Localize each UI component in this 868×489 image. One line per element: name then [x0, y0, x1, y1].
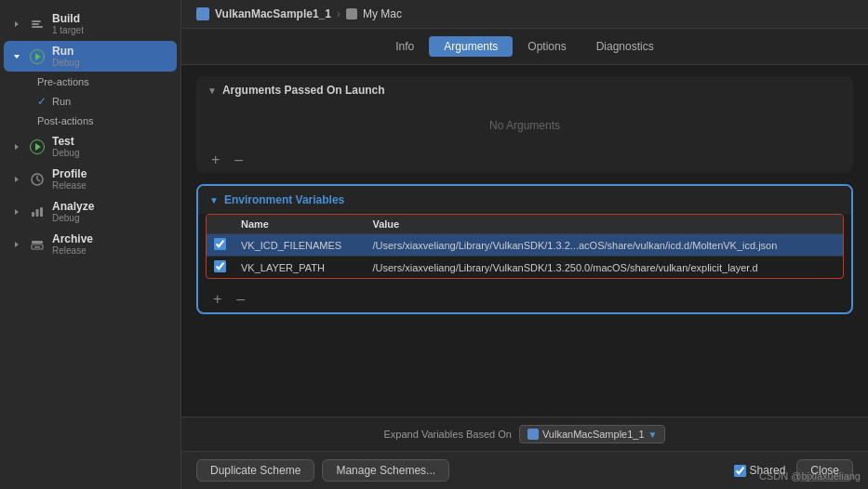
- post-actions-label: Post-actions: [37, 115, 94, 126]
- sidebar-item-build[interactable]: Build 1 target: [4, 8, 177, 39]
- dropdown-project-icon: [527, 429, 539, 440]
- env-table-wrapper: Name Value VK_ICD_FILENAMES /Users/xiaxv…: [206, 214, 844, 279]
- arguments-section-header[interactable]: ▼ Arguments Passed On Launch: [196, 76, 853, 104]
- profile-icon: [28, 170, 47, 189]
- svg-marker-4: [14, 55, 20, 59]
- target-icon: [346, 8, 357, 20]
- sidebar-child-pre-actions[interactable]: Pre-actions: [4, 73, 177, 90]
- row2-enabled-cell: [207, 257, 234, 279]
- row2-value-cell: /Users/xiaxveliang/Library/VulkanSDK/1.3…: [365, 257, 843, 279]
- content-area: ▼ Arguments Passed On Launch No Argument…: [181, 65, 868, 416]
- chevron-right-profile-icon: [11, 174, 22, 185]
- arguments-remove-button[interactable]: –: [231, 151, 247, 169]
- row1-checkbox[interactable]: [214, 238, 226, 250]
- row2-checkbox[interactable]: [214, 260, 226, 272]
- chevron-right-test-icon: [11, 141, 22, 152]
- action-bar-left: Duplicate Scheme Manage Schemes...: [196, 459, 449, 482]
- row1-enabled-cell: [207, 234, 234, 257]
- sidebar-child-post-actions[interactable]: Post-actions: [4, 112, 177, 129]
- tab-info[interactable]: Info: [381, 36, 429, 57]
- arguments-section-footer: + –: [196, 147, 853, 173]
- svg-rect-12: [36, 209, 39, 217]
- archive-icon: [28, 235, 47, 254]
- run-check-icon: ✓: [37, 95, 47, 108]
- watermark: CSDN @bjxiaxueliang: [759, 470, 861, 482]
- analyze-subtitle: Debug: [52, 213, 169, 223]
- row1-name-cell: VK_ICD_FILENAMES: [234, 234, 365, 257]
- build-icon: [28, 15, 47, 33]
- expand-label: Expand Variables Based On: [384, 429, 512, 440]
- svg-marker-5: [15, 144, 19, 150]
- chevron-right-analyze-icon: [11, 206, 22, 218]
- svg-marker-6: [15, 177, 19, 182]
- target-name: My Mac: [363, 7, 402, 20]
- breadcrumb: VulkanMacSample1_1 › My Mac: [196, 7, 402, 20]
- archive-subtitle: Release: [52, 245, 169, 256]
- tab-diagnostics[interactable]: Diagnostics: [581, 36, 669, 57]
- bottom-bar: Expand Variables Based On VulkanMacSampl…: [181, 416, 868, 451]
- tab-options[interactable]: Options: [513, 36, 581, 57]
- env-table: Name Value VK_ICD_FILENAMES /Users/xiaxv…: [207, 215, 843, 278]
- env-section-title: Environment Variables: [224, 193, 344, 206]
- arguments-add-button[interactable]: +: [207, 151, 223, 169]
- svg-rect-1: [32, 26, 43, 28]
- svg-marker-0: [15, 21, 19, 27]
- table-row[interactable]: VK_LAYER_PATH /Users/xiaxveliang/Library…: [207, 257, 843, 279]
- tab-arguments[interactable]: Arguments: [429, 36, 513, 57]
- sidebar: Build 1 target Run Debug Pre-actions: [0, 0, 181, 489]
- sidebar-item-archive[interactable]: Archive Release: [4, 229, 177, 259]
- sidebar-item-test[interactable]: Test Debug: [4, 131, 177, 162]
- svg-rect-17: [34, 246, 40, 248]
- row1-value-cell: /Users/xiaxveliang/Library/VulkanSDK/1.3…: [365, 234, 843, 257]
- no-arguments-text: No Arguments: [196, 104, 853, 147]
- col-enabled: [207, 215, 234, 234]
- svg-marker-10: [15, 209, 19, 215]
- env-section-footer: + –: [198, 286, 851, 312]
- chevron-right-icon: [11, 19, 22, 30]
- arguments-chevron-icon: ▼: [207, 86, 217, 96]
- table-row[interactable]: VK_ICD_FILENAMES /Users/xiaxveliang/Libr…: [207, 234, 843, 257]
- svg-line-9: [37, 179, 40, 181]
- dropdown-chevron-icon: ▼: [648, 430, 658, 440]
- shared-checkbox[interactable]: [734, 465, 746, 477]
- svg-marker-14: [15, 242, 19, 247]
- svg-rect-2: [32, 23, 39, 25]
- project-name: VulkanMacSample1_1: [215, 7, 331, 20]
- arguments-section-title: Arguments Passed On Launch: [222, 84, 385, 97]
- profile-subtitle: Release: [52, 180, 169, 191]
- sidebar-item-analyze[interactable]: Analyze Debug: [4, 196, 177, 227]
- run-child-label: Run: [52, 96, 71, 107]
- sidebar-item-profile[interactable]: Profile Release: [4, 164, 177, 194]
- test-subtitle: Debug: [52, 148, 169, 158]
- analyze-icon: [28, 203, 47, 221]
- env-remove-button[interactable]: –: [233, 290, 248, 309]
- arguments-section: ▼ Arguments Passed On Launch No Argument…: [196, 76, 853, 173]
- build-subtitle: 1 target: [52, 25, 169, 35]
- run-icon: [28, 47, 47, 66]
- svg-rect-11: [32, 212, 34, 217]
- row2-name-cell: VK_LAYER_PATH: [234, 257, 365, 279]
- pre-actions-label: Pre-actions: [37, 76, 89, 87]
- sidebar-child-run[interactable]: ✓ Run: [4, 92, 177, 111]
- env-section-header[interactable]: ▼ Environment Variables: [198, 186, 851, 214]
- expand-dropdown[interactable]: VulkanMacSample1_1 ▼: [519, 425, 666, 443]
- run-title: Run: [52, 45, 169, 58]
- archive-title: Archive: [52, 232, 169, 245]
- svg-rect-15: [32, 241, 43, 244]
- duplicate-scheme-button[interactable]: Duplicate Scheme: [196, 459, 314, 482]
- env-chevron-icon: ▼: [209, 195, 219, 205]
- svg-rect-13: [40, 207, 43, 217]
- profile-title: Profile: [52, 167, 169, 180]
- chevron-down-icon: [11, 51, 22, 62]
- build-title: Build: [52, 12, 169, 25]
- sidebar-item-run[interactable]: Run Debug: [4, 41, 177, 72]
- breadcrumb-separator: ›: [337, 7, 341, 20]
- manage-schemes-button[interactable]: Manage Schemes...: [322, 459, 449, 482]
- main-content: VulkanMacSample1_1 › My Mac Info Argumen…: [181, 0, 868, 489]
- header-bar: VulkanMacSample1_1 › My Mac: [181, 0, 868, 29]
- env-add-button[interactable]: +: [209, 290, 225, 309]
- env-variables-section: ▼ Environment Variables Name Value: [196, 184, 853, 314]
- col-name-header: Name: [234, 215, 365, 234]
- project-icon: [196, 7, 209, 20]
- svg-rect-3: [32, 20, 41, 22]
